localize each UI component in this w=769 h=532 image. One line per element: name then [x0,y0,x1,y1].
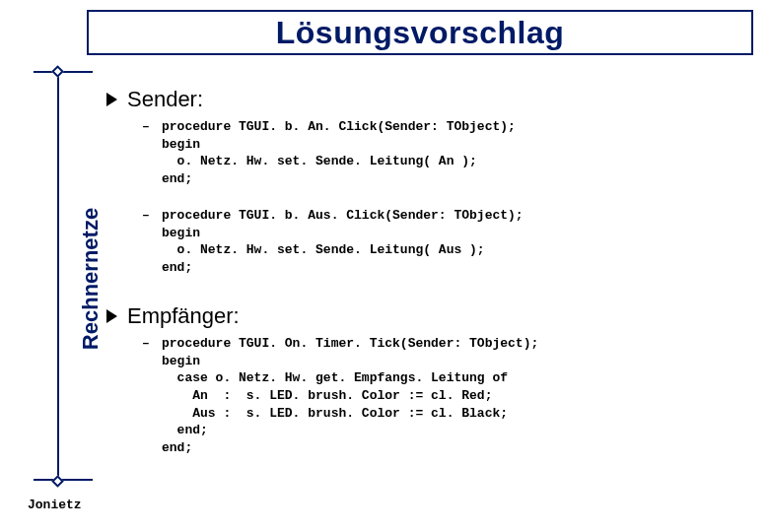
bullet-empfaenger: Empfänger: [106,303,749,329]
sender-code-1: – procedure TGUI. b. An. Click(Sender: T… [142,118,749,187]
arrow-icon [106,309,117,323]
sidebar-label: Rechnernetze [78,208,104,350]
title-frame: Lösungsvorschlag [87,10,753,55]
sender-label: Sender: [127,87,203,112]
footer-author: Jonietz [28,498,82,512]
sidebar-vline [57,71,59,481]
dash-icon: – [142,118,152,187]
sender-code-2: – procedure TGUI. b. Aus. Click(Sender: … [142,207,749,276]
code-block: procedure TGUI. b. An. Click(Sender: TOb… [162,118,516,187]
empfaenger-code-1: – procedure TGUI. On. Timer. Tick(Sender… [142,335,749,456]
page-title: Lösungsvorschlag [276,15,565,51]
bullet-sender: Sender: [106,87,749,112]
dash-icon: – [142,335,152,456]
code-block: procedure TGUI. On. Timer. Tick(Sender: … [162,335,538,456]
sidebar-diamond-bot [51,475,64,488]
empfaenger-label: Empfänger: [127,303,240,329]
content-area: Sender: – procedure TGUI. b. An. Click(S… [106,81,749,473]
code-block: procedure TGUI. b. Aus. Click(Sender: TO… [162,207,524,276]
sidebar-diamond-top [51,65,64,78]
dash-icon: – [142,207,152,276]
arrow-icon [106,93,117,106]
